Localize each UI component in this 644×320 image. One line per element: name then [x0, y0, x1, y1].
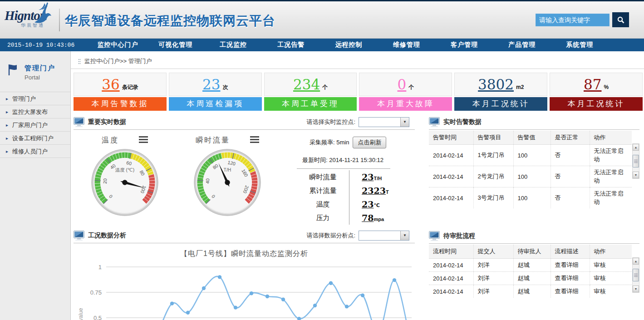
stat-card-top: 23次	[169, 73, 262, 96]
metric-name: 压力	[297, 211, 349, 225]
stat-card-label[interactable]: 本月工况统计	[550, 97, 643, 111]
gauge-menu-icon[interactable]	[250, 136, 259, 145]
svg-text:0.5: 0.5	[93, 315, 102, 320]
stat-card-value[interactable]: 23	[202, 76, 220, 93]
breadcrumb-icon	[78, 59, 81, 64]
stat-cards-row: 36条记录本周告警数据23次本周巡检漏项234个本周工单受理0个本月重大故障38…	[74, 73, 643, 111]
main-content: 监控中心门户>> 管理门户 36条记录本周告警数据23次本周巡检漏项234个本周…	[71, 51, 644, 320]
deer-logo-icon	[31, 1, 54, 25]
stat-card-unit: 个	[408, 84, 414, 91]
metric-value: 78	[362, 213, 374, 223]
table-cell[interactable]: 审核	[590, 272, 632, 285]
analysis-section-title: 工况数据分析	[88, 231, 126, 240]
nav-item-8[interactable]: 系统管理	[551, 41, 609, 49]
analysis-point-select-label: 请选择数据分析点:	[306, 231, 355, 240]
table-header-cell: 告警值	[513, 131, 551, 145]
search-icon	[617, 16, 625, 24]
header-divider	[59, 9, 60, 31]
table-cell[interactable]: 查看详细	[551, 259, 590, 272]
table-cell: 100	[513, 166, 551, 187]
metric-value: 23	[362, 199, 374, 209]
sidebar-item-4[interactable]: 维修人员门户	[0, 145, 70, 158]
alarm-table-scrollbar[interactable]	[632, 143, 639, 179]
nav-item-5[interactable]: 维修管理	[378, 41, 435, 49]
stat-card-label[interactable]: 本周工单受理	[264, 97, 357, 111]
sidebar-menu: 管理门户监控大屏发布厂家用户门户设备工程师门户维修人员门户	[0, 92, 70, 158]
stat-card-top: 36条记录	[74, 73, 167, 96]
table-cell: 否	[551, 166, 590, 187]
stat-card-value[interactable]: 0	[398, 76, 407, 93]
sidebar: 管理门户 Portal 管理门户监控大屏发布厂家用户门户设备工程师门户维修人员门…	[0, 51, 71, 320]
table-cell: 无法正常启动	[590, 187, 632, 209]
analysis-point-select[interactable]	[359, 231, 409, 241]
stat-card-value[interactable]: 36	[102, 76, 119, 93]
sidebar-item-0[interactable]: 管理门户	[0, 92, 70, 105]
gauge-menu-icon[interactable]	[139, 136, 148, 145]
table-row: 2014-02-14刘洋赵城查看详细审核	[429, 259, 632, 272]
stat-card-label[interactable]: 本周巡检漏项	[169, 97, 262, 111]
portal-header: 管理门户 Portal	[0, 51, 70, 81]
stat-card-2: 234个本周工单受理	[264, 73, 357, 111]
metric-name: 瞬时流量	[297, 170, 349, 184]
chevron-down-icon	[400, 118, 409, 127]
search-input[interactable]	[536, 14, 610, 26]
nav-item-4[interactable]: 远程控制	[320, 41, 378, 49]
sidebar-item-2[interactable]: 厂家用户门户	[0, 118, 70, 132]
metric-value-cell: 2323T	[349, 184, 389, 197]
navbar-items: 监控中心门户可视化管理工况监控工况告警远程控制维修管理客户管理产品管理系统管理	[89, 41, 609, 49]
table-cell: 2014-02-14	[429, 285, 473, 298]
approval-panel-header: 待审批流程	[429, 229, 639, 244]
stat-card-value[interactable]: 87	[584, 76, 601, 93]
nav-item-2[interactable]: 工况监控	[204, 41, 262, 49]
svg-text:0.75: 0.75	[90, 289, 102, 296]
table-cell: 3号龙门吊	[473, 187, 513, 209]
stat-card-top: 0个	[359, 73, 452, 96]
table-header-row: 流程时间提交人待审批人流程描述动作	[429, 245, 632, 259]
table-cell[interactable]: 查看详细	[551, 285, 590, 298]
nav-item-7[interactable]: 产品管理	[493, 41, 551, 49]
main-navbar: 2015-10-19 10:43:06 监控中心门户可视化管理工况监控工况告警远…	[0, 39, 644, 51]
search-button[interactable]	[612, 12, 629, 27]
temperature-gauge: 020406080100温度 (℃)	[90, 148, 159, 217]
metric-name: 累计流量	[297, 184, 349, 197]
table-cell[interactable]: 审核	[590, 259, 632, 272]
latest-time-label: 最新时间: 2014-11-21 15:30:12	[302, 156, 415, 164]
stat-card-value[interactable]: 234	[293, 76, 320, 93]
metric-row-2: 温度23℃	[297, 197, 390, 211]
scroll-down-icon[interactable]	[633, 286, 639, 292]
stat-card-label[interactable]: 本周告警数据	[74, 97, 167, 111]
sidebar-item-3[interactable]: 设备工程师门户	[0, 132, 70, 145]
svg-text:温度 (℃): 温度 (℃)	[115, 167, 134, 172]
table-row: 2014-02-14刘洋赵城查看详细审核	[429, 285, 632, 298]
table-cell[interactable]: 审核	[590, 285, 632, 298]
scrollbar-thumb[interactable]	[633, 155, 639, 167]
nav-item-1[interactable]: 可视化管理	[147, 41, 204, 49]
nav-item-0[interactable]: 监控中心门户	[89, 41, 147, 49]
table-cell: 赵城	[513, 285, 551, 298]
stat-card-label[interactable]: 本月重大故障	[359, 97, 452, 111]
nav-item-6[interactable]: 客户管理	[435, 41, 493, 49]
approval-panel: 待审批流程 流程时间提交人待审批人流程描述动作2014-02-14刘洋赵城查看详…	[429, 229, 639, 298]
table-cell: 1号龙门吊	[473, 145, 513, 166]
scroll-down-icon[interactable]	[633, 172, 639, 178]
metric-value-cell: 78mpa	[349, 211, 384, 225]
monitor-icon	[429, 117, 440, 127]
scrollbar-thumb[interactable]	[633, 269, 639, 281]
monitor-point-select[interactable]	[359, 117, 409, 127]
stat-card-label[interactable]: 本月工况统计	[454, 97, 547, 111]
approval-table-scrollbar[interactable]	[632, 257, 639, 293]
realtime-info-panel: 采集频率: 5min 点击刷新 最新时间: 2014-11-21 15:30:1…	[279, 130, 415, 229]
stat-card-0: 36条记录本周告警数据	[74, 73, 167, 111]
nav-item-3[interactable]: 工况告警	[262, 41, 320, 49]
scroll-up-icon[interactable]	[633, 144, 639, 151]
stat-card-value[interactable]: 3802	[478, 76, 514, 93]
sidebar-item-1[interactable]: 监控大屏发布	[0, 105, 70, 118]
scroll-up-icon[interactable]	[633, 258, 639, 265]
alarm-panel-header: 实时告警数据	[429, 115, 639, 130]
table-cell: 2014-02-14	[429, 145, 473, 166]
table-cell[interactable]: 查看详细	[551, 272, 590, 285]
table-cell: 刘洋	[473, 285, 513, 298]
refresh-button[interactable]: 点击刷新	[353, 137, 386, 148]
breadcrumb[interactable]: 监控中心门户>> 管理门户	[78, 57, 152, 65]
gauge-block-temperature: 温度 020406080100温度 (℃)	[74, 130, 176, 229]
